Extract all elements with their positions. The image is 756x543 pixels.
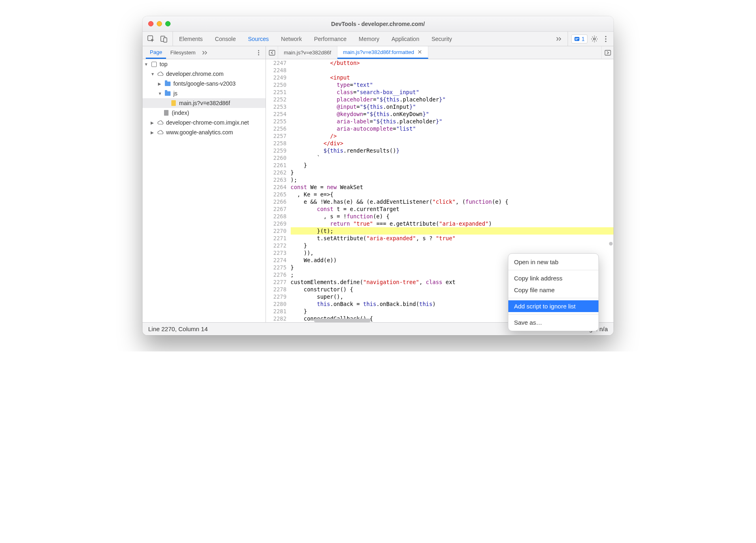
- panel-tab-memory[interactable]: Memory: [353, 32, 386, 46]
- panel-tab-console[interactable]: Console: [209, 32, 242, 46]
- navigator-tab-filesystem[interactable]: Filesystem: [166, 46, 199, 59]
- line-number[interactable]: 2282: [273, 315, 287, 322]
- line-number[interactable]: 2275: [273, 264, 287, 271]
- code-line[interactable]: }: [291, 242, 613, 249]
- line-number[interactable]: 2273: [273, 249, 287, 256]
- code-line[interactable]: @input="${this.onInput}": [291, 103, 613, 110]
- tree-file-mainjs[interactable]: main.js?v=e382d86f: [143, 98, 266, 108]
- issues-badge[interactable]: 1: [571, 34, 588, 43]
- close-tab-icon[interactable]: ✕: [417, 49, 422, 55]
- tree-origin-developer-chrome[interactable]: ▼ developer.chrome.com: [143, 69, 266, 79]
- tabs-overflow-icon[interactable]: [551, 32, 568, 46]
- line-number[interactable]: 2266: [273, 198, 287, 205]
- line-number[interactable]: 2264: [273, 183, 287, 191]
- line-number[interactable]: 2255: [273, 118, 287, 125]
- device-toolbar-icon[interactable]: [160, 34, 168, 43]
- settings-gear-icon[interactable]: [590, 34, 599, 43]
- code-line[interactable]: aria-autocomplete="list": [291, 125, 613, 132]
- code-line[interactable]: </div>: [291, 140, 613, 147]
- line-number[interactable]: 2281: [273, 308, 287, 315]
- line-number[interactable]: 2251: [273, 88, 287, 96]
- code-line[interactable]: );: [291, 176, 613, 183]
- file-tab-main-formatted[interactable]: main.js?v=e382d86f:formatted ✕: [337, 46, 428, 59]
- code-line[interactable]: ${this.renderResults()}: [291, 147, 613, 154]
- line-number[interactable]: 2254: [273, 110, 287, 118]
- navigator-tab-page[interactable]: Page: [146, 46, 166, 59]
- panel-tab-elements[interactable]: Elements: [173, 32, 209, 46]
- context-menu-item[interactable]: Copy file name: [508, 284, 598, 296]
- code-line[interactable]: }: [291, 162, 613, 169]
- panel-tab-application[interactable]: Application: [385, 32, 426, 46]
- disclosure-triangle-icon[interactable]: ▶: [151, 130, 155, 135]
- line-number[interactable]: 2252: [273, 96, 287, 103]
- code-line[interactable]: @keydown="${this.onKeyDown}": [291, 110, 613, 118]
- navigator-tree[interactable]: ▼ top ▼ developer.chrome.com ▶ fonts/goo…: [143, 59, 266, 322]
- line-number[interactable]: 2250: [273, 81, 287, 88]
- code-line[interactable]: class="search-box__input": [291, 88, 613, 96]
- code-line[interactable]: }: [291, 169, 613, 176]
- file-tab-main[interactable]: main.js?v=e382d86f: [278, 46, 337, 59]
- code-line[interactable]: const t = e.currentTarget: [291, 205, 613, 213]
- panel-tab-performance[interactable]: Performance: [308, 32, 352, 46]
- code-line[interactable]: [291, 67, 613, 74]
- line-number[interactable]: 2270: [273, 227, 287, 235]
- line-number[interactable]: 2268: [273, 213, 287, 220]
- line-number[interactable]: 2257: [273, 132, 287, 140]
- tree-top[interactable]: ▼ top: [143, 59, 266, 69]
- line-number[interactable]: 2258: [273, 140, 287, 147]
- horizontal-scrollbar-thumb[interactable]: [314, 319, 371, 322]
- code-line[interactable]: return "true" === e.getAttribute("aria-e…: [291, 220, 613, 227]
- line-number[interactable]: 2280: [273, 300, 287, 308]
- code-line[interactable]: , Ke = e=>{: [291, 191, 613, 198]
- disclosure-triangle-icon[interactable]: ▼: [151, 72, 155, 76]
- editor-history-back-icon[interactable]: [266, 46, 278, 59]
- code-line[interactable]: type="text": [291, 81, 613, 88]
- navigator-more-tabs-icon[interactable]: [200, 46, 210, 59]
- line-number[interactable]: 2272: [273, 242, 287, 249]
- navigator-kebab-icon[interactable]: [254, 48, 263, 57]
- inspect-element-icon[interactable]: [147, 34, 156, 43]
- line-number[interactable]: 2263: [273, 176, 287, 183]
- code-line[interactable]: e && !We.has(e) && (e.addEventListener("…: [291, 198, 613, 205]
- line-number[interactable]: 2253: [273, 103, 287, 110]
- line-number[interactable]: 2259: [273, 147, 287, 154]
- line-number[interactable]: 2274: [273, 256, 287, 264]
- code-line[interactable]: t.setAttribute("aria-expanded", s ? "tru…: [291, 235, 613, 242]
- line-number[interactable]: 2265: [273, 191, 287, 198]
- context-menu-item[interactable]: Copy link address: [508, 272, 598, 284]
- panel-tab-security[interactable]: Security: [426, 32, 458, 46]
- tree-file-index[interactable]: (index): [143, 108, 266, 118]
- code-line[interactable]: <input: [291, 74, 613, 81]
- tree-origin-ga[interactable]: ▶ www.google-analytics.com: [143, 127, 266, 137]
- kebab-menu-icon[interactable]: [601, 34, 610, 43]
- line-number[interactable]: 2278: [273, 286, 287, 293]
- line-number[interactable]: 2279: [273, 293, 287, 300]
- line-number[interactable]: 2260: [273, 154, 287, 162]
- editor-history-fwd-icon[interactable]: [601, 46, 613, 59]
- line-number[interactable]: 2256: [273, 125, 287, 132]
- line-number[interactable]: 2269: [273, 220, 287, 227]
- line-number[interactable]: 2276: [273, 271, 287, 278]
- line-number[interactable]: 2267: [273, 205, 287, 213]
- panel-tab-network[interactable]: Network: [275, 32, 308, 46]
- vertical-scrollbar-thumb[interactable]: [609, 242, 613, 246]
- context-menu-item[interactable]: Open in new tab: [508, 256, 598, 268]
- line-number[interactable]: 2271: [273, 235, 287, 242]
- context-menu[interactable]: Open in new tabCopy link addressCopy fil…: [508, 253, 599, 331]
- line-number[interactable]: 2261: [273, 162, 287, 169]
- line-number[interactable]: 2247: [273, 59, 287, 67]
- code-line[interactable]: const We = new WeakSet: [291, 183, 613, 191]
- tree-folder-js[interactable]: ▼ js: [143, 88, 266, 98]
- line-number[interactable]: 2249: [273, 74, 287, 81]
- code-line[interactable]: aria-label="${this.placeholder}": [291, 118, 613, 125]
- line-number[interactable]: 2248: [273, 67, 287, 74]
- gutter[interactable]: 2247224822492250225122522253225422552256…: [266, 59, 291, 322]
- code-line[interactable]: />: [291, 132, 613, 140]
- code-line[interactable]: placeholder="${this.placeholder}": [291, 96, 613, 103]
- code-line[interactable]: }(t);: [291, 227, 613, 235]
- tree-origin-imgix[interactable]: ▶ developer-chrome-com.imgix.net: [143, 118, 266, 127]
- context-menu-item[interactable]: Add script to ignore list: [508, 300, 598, 312]
- disclosure-triangle-icon[interactable]: ▶: [158, 82, 162, 86]
- disclosure-triangle-icon[interactable]: ▶: [151, 121, 155, 125]
- code-line[interactable]: `: [291, 154, 613, 162]
